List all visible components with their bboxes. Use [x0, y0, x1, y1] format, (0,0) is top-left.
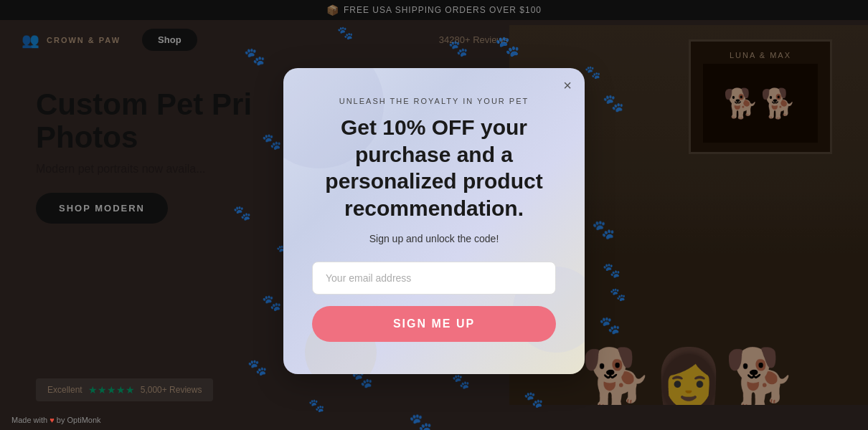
modal-close-button[interactable]: ×	[563, 78, 572, 92]
modal-eyebrow: UNLEASH THE ROYALTY IN YOUR PET	[312, 97, 556, 105]
made-with-by: by OptiMonk	[57, 416, 101, 424]
made-with-text: Made with	[11, 416, 47, 424]
sign-me-up-button[interactable]: SIGN ME UP	[312, 306, 556, 342]
heart-icon: ♥	[49, 416, 55, 424]
modal-subtext: Sign up and unlock the code!	[312, 233, 556, 244]
made-with-footer: Made with ♥ by OptiMonk	[11, 416, 101, 424]
background-page: 📦 FREE USA SHIPPING ORDERS OVER $100 👥 C…	[0, 0, 868, 430]
modal-headline: Get 10% OFF your purchase and a personal…	[312, 114, 556, 221]
email-input[interactable]	[312, 262, 556, 295]
email-signup-modal: × UNLEASH THE ROYALTY IN YOUR PET Get 10…	[283, 68, 585, 374]
